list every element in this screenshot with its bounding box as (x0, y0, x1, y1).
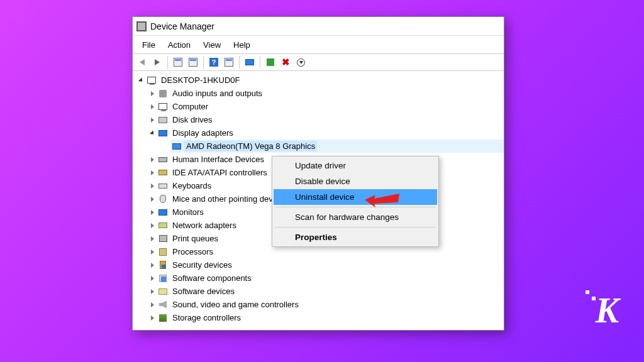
menu-view[interactable]: View (197, 38, 226, 52)
storage-icon (158, 313, 168, 323)
expander[interactable] (136, 76, 145, 85)
titlebar[interactable]: Device Manager (133, 17, 504, 36)
arrow-left-icon (140, 59, 145, 65)
context-separator (275, 207, 436, 207)
expander[interactable] (148, 300, 157, 309)
help-icon: ? (209, 58, 218, 67)
forward-button[interactable] (150, 55, 164, 69)
gpu-icon (172, 141, 182, 151)
monitor-icon (245, 59, 254, 65)
arrow-right-icon (155, 59, 160, 65)
computer-icon (147, 75, 157, 85)
selected-device-label: AMD Radeon(TM) Vega 8 Graphics (184, 141, 317, 151)
chevron-down-icon (138, 77, 143, 83)
scan-button[interactable] (243, 55, 257, 69)
expander[interactable] (148, 195, 157, 204)
app-icon (136, 21, 147, 31)
menu-action[interactable]: Action (162, 38, 196, 52)
chevron-down-icon (149, 130, 155, 136)
menubar: File Action View Help (133, 36, 504, 53)
expander[interactable] (148, 168, 157, 177)
enable-icon (267, 58, 274, 66)
back-button[interactable] (135, 55, 149, 69)
chevron-right-icon (151, 276, 154, 281)
expander[interactable] (148, 89, 157, 98)
expander[interactable] (148, 129, 157, 138)
expander[interactable] (148, 116, 157, 124)
chevron-right-icon (151, 315, 154, 321)
context-properties[interactable]: Properties (274, 229, 437, 245)
expander[interactable] (148, 274, 157, 283)
menu-help[interactable]: Help (228, 38, 256, 52)
update-icon (297, 58, 305, 67)
tree-node-sound[interactable]: Sound, video and game controllers (133, 298, 504, 311)
chevron-right-icon (151, 210, 154, 215)
audio-icon (158, 89, 168, 99)
tree-root[interactable]: DESKTOP-1HKUD0F (133, 74, 504, 87)
chevron-right-icon (151, 263, 154, 268)
context-scan-hardware[interactable]: Scan for hardware changes (274, 209, 437, 225)
update-driver-button[interactable] (294, 55, 308, 69)
root-label: DESKTOP-1HKUD0F (159, 75, 242, 85)
chevron-right-icon (151, 197, 154, 202)
expander[interactable] (148, 221, 157, 230)
chevron-right-icon (151, 184, 154, 189)
tree-node-storage[interactable]: Storage controllers (133, 311, 504, 324)
expander[interactable] (148, 314, 157, 322)
expander[interactable] (148, 208, 157, 217)
mouse-icon (158, 194, 168, 204)
chevron-right-icon (151, 223, 154, 228)
toolbar-separator (167, 56, 168, 69)
software-component-icon (158, 273, 168, 283)
annotation-arrow-icon (362, 189, 406, 214)
red-x-icon: ✖ (282, 57, 290, 68)
expander[interactable] (148, 287, 157, 296)
expander[interactable] (148, 234, 157, 243)
chevron-right-icon (151, 250, 154, 255)
tree-node-processors[interactable]: Processors (133, 245, 504, 258)
computer-icon (158, 102, 168, 112)
expander[interactable] (148, 155, 157, 164)
show-hide-tree-button[interactable] (171, 55, 185, 69)
tree-node-disk[interactable]: Disk drives (133, 113, 504, 126)
menu-file[interactable]: File (136, 38, 161, 52)
window-title: Device Manager (150, 21, 214, 31)
tree-node-audio[interactable]: Audio inputs and outputs (133, 87, 504, 100)
tree-node-software-devices[interactable]: Software devices (133, 285, 504, 298)
expander[interactable] (148, 248, 157, 256)
disable-button[interactable]: ✖ (279, 55, 292, 69)
sound-icon (158, 300, 168, 310)
monitor-icon (158, 207, 168, 217)
tree-node-computer[interactable]: Computer (133, 100, 504, 113)
cpu-icon (158, 247, 168, 257)
display-icon (158, 128, 168, 138)
security-icon (158, 260, 168, 270)
enable-button[interactable] (264, 55, 277, 69)
context-update-driver[interactable]: Update driver (274, 158, 437, 173)
context-menu: Update driver Disable device Uninstall d… (272, 156, 439, 247)
disk-icon (158, 115, 168, 125)
tree-icon (174, 58, 182, 67)
properties-button[interactable] (186, 55, 200, 69)
chevron-right-icon (151, 118, 154, 123)
help-button[interactable]: ? (207, 55, 221, 69)
tree-node-gpu[interactable]: AMD Radeon(TM) Vega 8 Graphics (133, 140, 504, 153)
chevron-right-icon (151, 236, 154, 241)
svg-marker-0 (365, 194, 399, 207)
chevron-right-icon (151, 104, 154, 109)
ide-icon (158, 168, 168, 178)
chevron-right-icon (151, 289, 154, 294)
context-uninstall-device[interactable]: Uninstall device (274, 189, 437, 205)
expander[interactable] (148, 102, 157, 111)
expander[interactable] (148, 182, 157, 190)
context-separator (275, 227, 436, 228)
hid-icon (158, 155, 168, 165)
action-button[interactable] (222, 55, 236, 69)
printer-icon (158, 234, 168, 244)
tree-node-software-components[interactable]: Software components (133, 272, 504, 285)
tree-node-security[interactable]: Security devices (133, 258, 504, 272)
watermark-logo: K (596, 290, 619, 331)
context-disable-device[interactable]: Disable device (274, 173, 437, 189)
expander[interactable] (148, 261, 157, 270)
tree-node-display[interactable]: Display adapters (133, 126, 504, 140)
